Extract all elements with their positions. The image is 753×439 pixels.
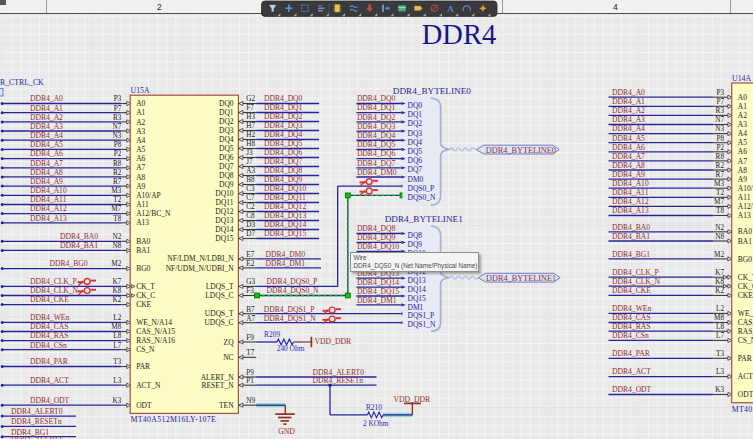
- svg-text:DDR4_DQ9: DDR4_DQ9: [264, 175, 303, 184]
- svg-text:DDR4_CSn: DDR4_CSn: [30, 341, 67, 350]
- svg-text:T2: T2: [113, 196, 121, 204]
- svg-text:DQ8: DQ8: [219, 171, 234, 180]
- svg-text:DDR4_A12: DDR4_A12: [30, 204, 67, 213]
- svg-text:DDR4_DQ3: DDR4_DQ3: [357, 122, 396, 131]
- svg-text:K2: K2: [113, 296, 122, 304]
- svg-text:C7: C7: [246, 194, 255, 202]
- svg-text:DDR4_A0: DDR4_A0: [30, 94, 63, 103]
- svg-text:DDR4_DQ14: DDR4_DQ14: [264, 220, 306, 229]
- svg-text:DQ15: DQ15: [215, 234, 234, 243]
- svg-text:DDR4_A11: DDR4_A11: [612, 188, 649, 197]
- svg-text:DDR4_A4: DDR4_A4: [612, 124, 645, 133]
- svg-text:A11: A11: [136, 200, 149, 209]
- svg-text:P8: P8: [114, 141, 122, 149]
- svg-text:H7: H7: [246, 122, 255, 130]
- svg-text:A8: A8: [136, 173, 145, 182]
- svg-text:DQ10: DQ10: [215, 189, 234, 198]
- svg-text:R8: R8: [113, 160, 122, 168]
- svg-text:H3: H3: [246, 113, 255, 121]
- svg-text:DDR4_ALERT0: DDR4_ALERT0: [11, 407, 63, 416]
- svg-text:DDR4_CKE: DDR4_CKE: [612, 286, 651, 295]
- svg-text:DDR4_ALERT1: DDR4_ALERT1: [11, 435, 63, 439]
- svg-text:M7: M7: [714, 198, 724, 206]
- svg-text:DDR4_RAS: DDR4_RAS: [30, 331, 68, 340]
- svg-text:N8: N8: [113, 242, 122, 250]
- svg-text:M3: M3: [111, 187, 121, 195]
- svg-text:DDR4_CSn: DDR4_CSn: [612, 331, 649, 340]
- svg-text:A7: A7: [246, 315, 255, 323]
- svg-text:E7: E7: [246, 251, 254, 259]
- svg-text:DDR4_DQ9: DDR4_DQ9: [357, 233, 396, 242]
- svg-text:M7: M7: [111, 205, 121, 213]
- svg-text:A1: A1: [136, 108, 145, 117]
- svg-text:DDR4_A6: DDR4_A6: [30, 149, 63, 158]
- svg-text:A11: A11: [738, 193, 751, 202]
- svg-text:A4: A4: [136, 136, 145, 145]
- svg-text:F7: F7: [246, 104, 254, 112]
- svg-text:CS_N: CS_N: [738, 336, 753, 345]
- svg-text:DDR4_CLK_P: DDR4_CLK_P: [30, 277, 77, 286]
- svg-text:DDR4_A2: DDR4_A2: [30, 113, 63, 122]
- svg-text:R8: R8: [716, 153, 725, 161]
- svg-text:DDR4_WEn: DDR4_WEn: [30, 313, 69, 322]
- svg-text:DDR4_DQ4: DDR4_DQ4: [264, 130, 303, 139]
- svg-text:A12/BC_N: A12/BC_N: [738, 202, 753, 211]
- svg-text:T8: T8: [113, 215, 121, 223]
- svg-text:MT40A512M16LY-107E: MT40A512M16LY-107E: [732, 405, 753, 414]
- svg-text:DDR4_A4: DDR4_A4: [30, 131, 63, 140]
- svg-text:DDR4_CKE: DDR4_CKE: [30, 295, 69, 304]
- svg-text:VDD_DDR: VDD_DDR: [393, 395, 431, 404]
- svg-text:P7: P7: [114, 105, 122, 113]
- svg-text:DDR4_DM0: DDR4_DM0: [357, 168, 397, 177]
- svg-text:DDR4_ODT: DDR4_ODT: [30, 396, 70, 405]
- svg-text:A9: A9: [738, 175, 747, 184]
- svg-text:CK_C: CK_C: [738, 282, 753, 291]
- svg-text:WE_N/A14: WE_N/A14: [136, 318, 172, 327]
- svg-text:CS_N: CS_N: [136, 345, 155, 354]
- svg-text:D3: D3: [246, 221, 255, 229]
- svg-text:M8: M8: [111, 323, 121, 331]
- svg-text:L8: L8: [716, 323, 724, 331]
- svg-text:A4: A4: [738, 129, 747, 138]
- svg-text:R2: R2: [113, 169, 122, 177]
- svg-text:N8: N8: [715, 233, 724, 241]
- svg-text:DQ0: DQ0: [408, 101, 423, 110]
- svg-text:DDR4_ACT: DDR4_ACT: [612, 367, 651, 376]
- svg-text:DDR4_DQ6: DDR4_DQ6: [264, 148, 303, 157]
- svg-text:A: A: [447, 4, 454, 14]
- svg-text:P2: P2: [716, 144, 724, 152]
- svg-text:BA1: BA1: [136, 246, 150, 255]
- svg-text:T8: T8: [716, 207, 724, 215]
- svg-text:DQ1: DQ1: [219, 108, 234, 117]
- svg-text:DDR4_A6: DDR4_A6: [612, 143, 645, 152]
- svg-text:J3: J3: [246, 149, 253, 157]
- svg-text:G3: G3: [246, 278, 255, 286]
- svg-text:ODT: ODT: [136, 401, 152, 410]
- svg-text:PAR: PAR: [738, 354, 752, 363]
- svg-text:L8: L8: [113, 332, 121, 340]
- svg-text:DDR4_A8: DDR4_A8: [612, 161, 645, 170]
- svg-text:P3: P3: [716, 89, 724, 97]
- svg-text:BG0: BG0: [738, 255, 752, 264]
- svg-text:DQ14: DQ14: [215, 225, 234, 234]
- svg-text:DDR4_A7: DDR4_A7: [612, 152, 645, 161]
- svg-text:DDR4_A2: DDR4_A2: [612, 106, 645, 115]
- svg-text:A8: A8: [738, 166, 747, 175]
- svg-text:R7: R7: [113, 178, 122, 186]
- svg-text:C8: C8: [246, 212, 255, 220]
- svg-text:N7: N7: [113, 123, 122, 131]
- svg-text:DDR4_DQS1_P: DDR4_DQS1_P: [264, 305, 315, 314]
- svg-text:DQ15: DQ15: [408, 294, 427, 303]
- svg-text:A10/AP: A10/AP: [738, 184, 753, 193]
- svg-text:DDR4_A7: DDR4_A7: [30, 159, 63, 168]
- svg-text:RESET_N: RESET_N: [202, 381, 235, 390]
- svg-text:P9: P9: [246, 369, 254, 377]
- svg-text:DDR4_DQ0: DDR4_DQ0: [357, 94, 396, 103]
- svg-text:DQ0: DQ0: [219, 99, 234, 108]
- svg-text:DQ7: DQ7: [408, 165, 423, 174]
- svg-text:NF/LDM_N/LDBI_N: NF/LDM_N/LDBI_N: [167, 254, 234, 263]
- svg-text:BA0: BA0: [136, 237, 150, 246]
- svg-text:LDQS_T: LDQS_T: [206, 282, 234, 291]
- svg-text:DQ14: DQ14: [408, 285, 427, 294]
- svg-text:DDR4_BA0: DDR4_BA0: [612, 223, 650, 232]
